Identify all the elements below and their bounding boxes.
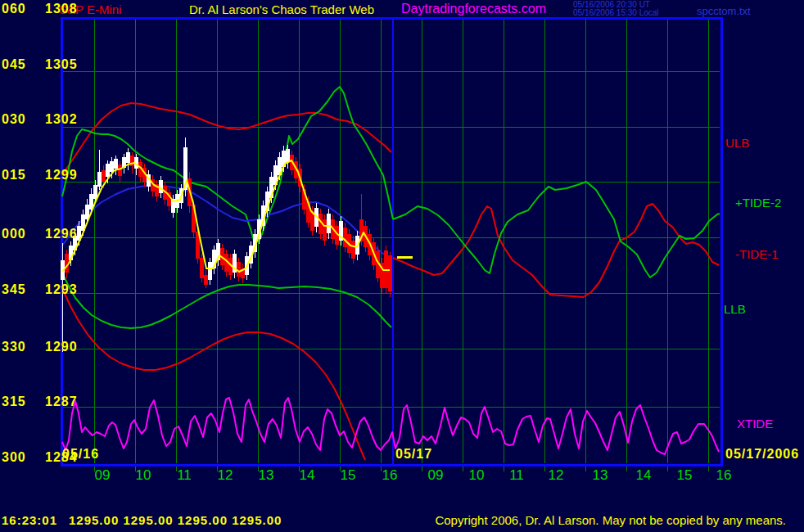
x-axis-hour-label: 16	[716, 468, 732, 483]
y-axis-time-label: 030	[2, 113, 26, 127]
candle-body	[93, 185, 97, 199]
day2-date-label: 05/17	[395, 448, 432, 462]
lower-red-band-line	[62, 288, 365, 460]
copyright-notice: Copyright 2006, Dr. Al Larson. May not b…	[435, 514, 786, 527]
candle-body	[110, 161, 114, 172]
candle-body	[126, 152, 130, 163]
x-axis-hour-label: 10	[469, 468, 485, 483]
x-axis-hour-label: 11	[177, 468, 192, 483]
x-axis-hour-label: 12	[549, 468, 564, 483]
candle-body	[204, 275, 208, 285]
day1-date-label: 05/16	[62, 448, 99, 462]
tide2-forecast-line	[393, 182, 720, 277]
candle-body	[106, 164, 110, 177]
x-axis-hour-label: 15	[677, 468, 693, 483]
status-quotes: 1295.00 1295.00 1295.00 1295.00	[69, 514, 282, 527]
y-axis-time-label: 015	[2, 169, 26, 183]
candle-body	[286, 149, 290, 162]
y-axis-price-label: 1302	[45, 113, 78, 127]
candle-body	[97, 172, 102, 187]
x-axis-hour-label: 14	[636, 468, 652, 483]
y-axis-price-label: 1290	[45, 340, 78, 354]
candle-body	[388, 255, 392, 291]
candle-body	[200, 258, 204, 278]
llb-lower-band-line	[62, 273, 391, 328]
candle-body	[118, 165, 122, 176]
tide1-line-label: -TIDE-1	[735, 248, 779, 261]
x-axis-hour-label: 13	[593, 468, 608, 483]
candle-body	[114, 159, 118, 169]
llb-line-label: LLB	[724, 303, 746, 316]
chaos-trader-chart-page: S&P E-Mini Dr. Al Larson's Chaos Trader …	[0, 0, 804, 532]
x-axis-hour-label: 16	[382, 468, 398, 483]
candle-body	[237, 262, 241, 277]
candle-body	[351, 241, 355, 259]
candle-body	[327, 214, 331, 233]
y-axis-time-label: 330	[2, 340, 26, 354]
y-axis-time-label: 060	[2, 2, 26, 16]
y-axis-price-label: 1305	[45, 58, 78, 72]
y-axis-time-label: 000	[2, 228, 26, 241]
xtide-line-label: XTIDE	[737, 417, 773, 431]
candle-body	[159, 180, 163, 193]
y-axis-price-label: 1287	[45, 395, 78, 409]
tide2-line-label: +TIDE-2	[735, 196, 781, 210]
x-axis-hour-label: 12	[218, 468, 233, 483]
x-axis-hour-label: 09	[95, 468, 111, 483]
x-axis-hour-label: 15	[341, 468, 356, 483]
y-axis-time-label: 315	[2, 395, 26, 409]
y-axis-price-label: 1308	[45, 2, 78, 16]
y-axis-time-label: 345	[2, 283, 26, 297]
chart-frame	[61, 18, 721, 465]
x-axis-hour-label: 13	[259, 468, 274, 483]
y-axis-price-label: 1299	[45, 169, 78, 183]
right-date-label: 05/17/2006	[725, 448, 799, 462]
candle-body	[102, 170, 106, 182]
data-filename: spcctom.txt	[697, 6, 751, 17]
candle-body	[323, 219, 327, 241]
y-axis-time-label: 300	[2, 451, 26, 465]
site-link[interactable]: Daytradingforecasts.com	[401, 2, 546, 16]
xtide-oscillator-line	[62, 398, 719, 454]
candle-body	[208, 262, 212, 280]
y-axis-price-label: 1296	[45, 228, 78, 241]
candle-body	[343, 228, 347, 247]
x-axis-hour-label: 11	[509, 468, 524, 483]
page-title: Dr. Al Larson's Chaos Trader Web	[189, 3, 374, 16]
x-axis-hour-label: 10	[136, 468, 151, 483]
y-axis-time-label: 045	[2, 58, 26, 72]
x-axis-hour-label: 09	[428, 468, 444, 483]
datetime-local: 05/16/2006 15:30 Local	[573, 9, 659, 18]
status-time: 16:23:01	[2, 514, 57, 527]
x-axis-hour-label: 14	[300, 468, 315, 483]
y-axis-price-label: 1293	[45, 283, 78, 297]
ulb-line-label: ULB	[725, 137, 749, 150]
